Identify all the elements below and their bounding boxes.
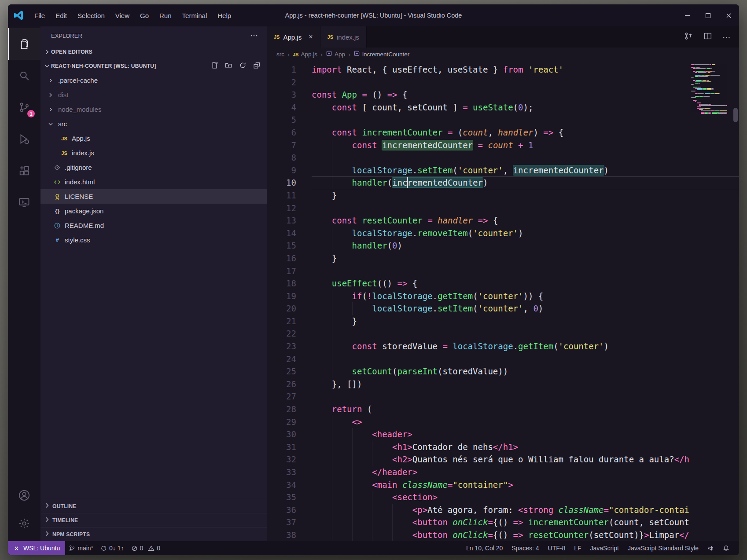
language-mode[interactable]: JavaScript: [586, 545, 623, 552]
menu-file[interactable]: File: [29, 4, 50, 26]
code-line: <button onClick={() => incrementCounter(…: [312, 516, 739, 529]
line-number: 16: [267, 252, 296, 265]
line-number: 35: [267, 491, 296, 504]
indent-guide: [332, 139, 332, 152]
indent-guide: [332, 227, 332, 240]
menu-help[interactable]: Help: [212, 4, 236, 26]
editor-more-icon[interactable]: ⋯: [722, 32, 731, 42]
section-timeline[interactable]: TIMELINE: [40, 513, 267, 527]
line-number: 10: [267, 176, 296, 189]
extensions-button[interactable]: [8, 155, 40, 187]
code-line: <h2>Quantos nés será que o William falou…: [312, 453, 739, 466]
tree-item-readme-md[interactable]: README.md: [40, 218, 267, 233]
feedback-button[interactable]: [703, 545, 718, 552]
breadcrumb-item-app[interactable]: App: [326, 50, 345, 58]
formatter[interactable]: JavaScript Standard Style: [623, 545, 703, 552]
tab-index-js[interactable]: JSindex.js: [320, 26, 367, 48]
line-number: 21: [267, 315, 296, 328]
sync-status[interactable]: 0↓ 1↑: [97, 541, 127, 555]
tree-item-src[interactable]: src: [40, 117, 267, 131]
search-button[interactable]: [8, 60, 40, 92]
tree-item-license[interactable]: LICENSE: [40, 189, 267, 204]
scrollbar-thumb[interactable]: [733, 108, 738, 122]
settings-gear-icon: [18, 517, 30, 530]
run-debug-button[interactable]: [8, 123, 40, 155]
source-control-button[interactable]: 1: [8, 92, 40, 123]
js-file-icon: JS: [60, 150, 68, 156]
line-number: 5: [267, 113, 296, 126]
maximize-button[interactable]: [698, 4, 718, 26]
tree-item-label: src: [58, 120, 67, 128]
code-line: }: [312, 315, 739, 328]
new-file-icon[interactable]: [211, 62, 218, 70]
tree-item-style-css[interactable]: #style.css: [40, 233, 267, 247]
close-tab-icon[interactable]: ×: [309, 33, 313, 41]
git-branch-status[interactable]: main*: [65, 541, 97, 555]
indent-guide: [372, 516, 372, 529]
remote-explorer-button[interactable]: [8, 187, 40, 218]
menu-edit[interactable]: Edit: [50, 4, 72, 26]
tree-item-package-json[interactable]: {}package.json: [40, 204, 267, 218]
indent-guide: [332, 416, 332, 428]
eol[interactable]: LF: [570, 545, 585, 552]
code-editor[interactable]: import React, { useEffect, useState } fr…: [312, 61, 739, 541]
menu-go[interactable]: Go: [135, 4, 154, 26]
tree-item-dist[interactable]: dist: [40, 88, 267, 102]
indent-guide: [352, 516, 353, 529]
editor-actions: ⋯: [684, 26, 739, 48]
project-section[interactable]: REACT-NEH-COUNTER [WSL: UBUNTU]: [40, 59, 267, 73]
refresh-icon[interactable]: [239, 62, 247, 70]
minimap[interactable]: [691, 64, 732, 114]
indent-guide: [392, 516, 393, 529]
problems-status[interactable]: 0 0: [128, 541, 164, 555]
close-button[interactable]: [718, 4, 739, 26]
branch-label: main*: [77, 545, 93, 552]
remote-indicator[interactable]: WSL: Ubuntu: [8, 541, 65, 555]
breadcrumb-item-app-js[interactable]: JSApp.js: [293, 51, 317, 58]
tree-item--gitignore[interactable]: .gitignore: [40, 160, 267, 175]
menu-terminal[interactable]: Terminal: [177, 4, 213, 26]
collapse-all-icon[interactable]: [253, 62, 261, 70]
encoding[interactable]: UTF-8: [544, 545, 570, 552]
indentation[interactable]: Spaces: 4: [507, 545, 543, 552]
account-button[interactable]: [8, 481, 40, 509]
code-line: localStorage.setItem('counter', 0): [312, 302, 739, 315]
code-line: handler(0): [312, 239, 739, 252]
tree-item-node-modules[interactable]: node_modules: [40, 102, 267, 117]
split-editor-icon[interactable]: [703, 31, 713, 43]
breadcrumb-label: App: [335, 51, 345, 58]
menu-run[interactable]: Run: [154, 4, 177, 26]
explorer-button[interactable]: [8, 28, 40, 60]
breadcrumb-item-incrementcounter[interactable]: incrementCounter: [353, 50, 409, 58]
tree-item-index-html[interactable]: index.html: [40, 175, 267, 189]
views-more-icon[interactable]: ⋯: [250, 31, 259, 40]
open-changes-icon[interactable]: [684, 31, 693, 43]
tree-item-index-js[interactable]: JSindex.js: [40, 146, 267, 160]
indent-guide: [332, 529, 332, 541]
line-number: 18: [267, 277, 296, 290]
tree-item-label: README.md: [65, 222, 104, 229]
indent-guide: [332, 302, 332, 315]
notifications-bell-button[interactable]: [718, 545, 734, 552]
chevron-down-icon: [47, 121, 55, 128]
indent-guide: [352, 441, 353, 454]
section-outline[interactable]: OUTLINE: [40, 499, 267, 513]
section-npm-scripts[interactable]: NPM SCRIPTS: [40, 527, 267, 541]
breadcrumb-item-src[interactable]: src: [276, 51, 284, 58]
open-editors-section[interactable]: OPEN EDITORS: [40, 45, 267, 59]
menu-selection[interactable]: Selection: [72, 4, 110, 26]
minimize-button[interactable]: [677, 4, 698, 26]
settings-gear-button[interactable]: [8, 509, 40, 538]
tree-item-label: App.js: [72, 135, 90, 142]
tree-item-label: package.json: [65, 207, 103, 215]
menu-view[interactable]: View: [110, 4, 135, 26]
tree-item-app-js[interactable]: JSApp.js: [40, 131, 267, 146]
cursor-position[interactable]: Ln 10, Col 20: [462, 545, 507, 552]
tree-item--parcel-cache[interactable]: .parcel-cache: [40, 73, 267, 88]
line-number: 6: [267, 126, 296, 139]
code-line: handler(incrementedCounter): [312, 176, 739, 189]
line-number: 25: [267, 365, 296, 378]
tab-app-js[interactable]: JSApp.js×: [267, 26, 320, 48]
line-number: 15: [267, 239, 296, 252]
new-folder-icon[interactable]: [225, 62, 232, 70]
